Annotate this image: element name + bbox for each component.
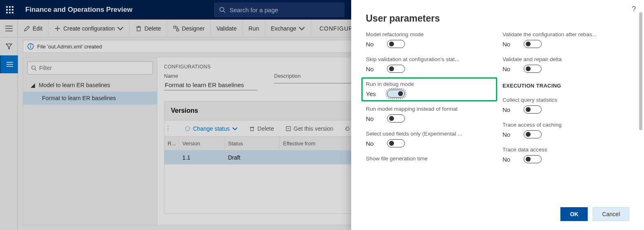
param-label: Trace data access <box>502 147 617 153</box>
dialog-body: Model refactoring modeNoSkip validation … <box>351 31 644 201</box>
param-label: Validate and repair delta <box>502 56 617 62</box>
toggle[interactable] <box>524 40 542 48</box>
toggle[interactable] <box>524 65 542 73</box>
param-run-model-mapping-instead-of-format: Run model mapping instead of formatNo <box>366 106 493 123</box>
param-value: No <box>502 156 515 163</box>
param-label: Select used fields only (Experimental ..… <box>366 131 480 137</box>
dialog-footer: OK Cancel <box>351 201 644 230</box>
param-label: Run model mapping instead of format <box>366 106 480 112</box>
toggle[interactable] <box>387 114 405 123</box>
param-value: No <box>502 131 515 138</box>
dialog-scrollbar[interactable] <box>639 12 642 191</box>
param-trace-access-of-caching: Trace access of cachingNo <box>502 122 629 138</box>
param-label: Collect query statistics <box>502 97 617 103</box>
param-value: No <box>366 66 378 72</box>
param-show-file-generation-time: Show file generation time <box>366 156 493 164</box>
toggle[interactable] <box>524 130 542 138</box>
toggle[interactable] <box>387 65 405 73</box>
help-icon[interactable]: ? <box>632 5 636 13</box>
cancel-button[interactable]: Cancel <box>593 207 629 221</box>
param-collect-query-statistics: Collect query statisticsNo <box>502 97 629 114</box>
param-value: No <box>366 140 378 147</box>
param-select-used-fields-only-experimental: Select used fields only (Experimental ..… <box>366 131 493 147</box>
param-value: No <box>502 41 515 48</box>
toggle[interactable] <box>387 139 405 147</box>
param-value: No <box>502 66 515 72</box>
param-label: Model refactoring mode <box>366 31 480 37</box>
param-validate-the-configuration-after-rebas: Validate the configuration after rebas..… <box>502 31 629 48</box>
toggle[interactable] <box>387 90 405 98</box>
param-skip-validation-at-configuration-s-stat: Skip validation at configuration's stat.… <box>366 56 493 73</box>
param-run-in-debug-mode: Run in debug modeYes <box>366 81 493 98</box>
param-model-refactoring-mode: Model refactoring modeNo <box>366 31 493 48</box>
param-label: Show file generation time <box>366 156 480 162</box>
dialog-title: User parameters <box>351 0 644 31</box>
dialog-right-column: Validate the configuration after rebas..… <box>502 31 629 201</box>
param-validate-and-repair-delta: Validate and repair deltaNo <box>502 56 629 73</box>
param-trace-data-access: Trace data accessNo <box>502 147 629 163</box>
param-value: Yes <box>366 90 378 97</box>
execution-tracing-heading: EXECUTION TRACING <box>502 83 629 89</box>
param-value: No <box>366 41 378 48</box>
toggle[interactable] <box>524 105 542 114</box>
param-value: No <box>502 106 515 113</box>
param-label: Validate the configuration after rebas..… <box>502 31 617 37</box>
param-label: Trace access of caching <box>502 122 617 128</box>
param-value: No <box>366 115 378 122</box>
user-parameters-dialog: ? User parameters Model refactoring mode… <box>351 0 644 230</box>
ok-button[interactable]: OK <box>560 207 588 221</box>
toggle[interactable] <box>524 155 542 163</box>
param-label: Run in debug mode <box>366 81 480 87</box>
param-label: Skip validation at configuration's stat.… <box>366 56 480 62</box>
dialog-left-column: Model refactoring modeNoSkip validation … <box>366 31 493 201</box>
toggle[interactable] <box>387 40 405 48</box>
